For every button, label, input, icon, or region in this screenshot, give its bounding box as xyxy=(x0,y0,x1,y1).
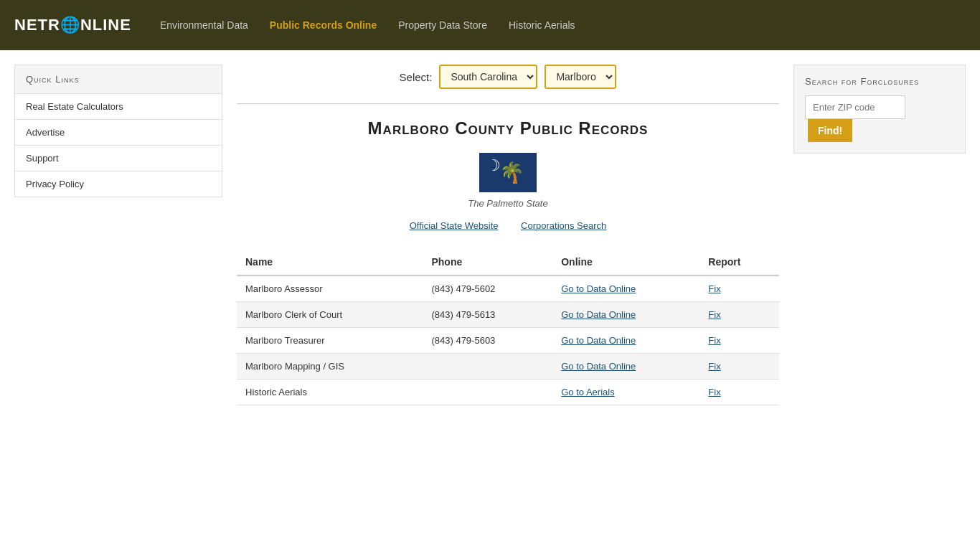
table-cell-phone: (843) 479-5613 xyxy=(423,302,552,328)
table-row: Historic AerialsGo to AerialsFix xyxy=(237,380,779,405)
official-state-website-link[interactable]: Official State Website xyxy=(410,220,499,231)
online-link[interactable]: Go to Aerials xyxy=(561,387,614,397)
table-cell-phone: (843) 479-5603 xyxy=(423,328,552,354)
table-cell-report: Fix xyxy=(699,302,779,328)
logo-text-nline: NLINE xyxy=(80,16,131,34)
table-cell-phone: (843) 479-5602 xyxy=(423,276,552,302)
table-cell-report: Fix xyxy=(699,380,779,405)
table-row: Marlboro Assessor(843) 479-5602Go to Dat… xyxy=(237,276,779,302)
selector-label: Select: xyxy=(400,71,433,83)
table-cell-report: Fix xyxy=(699,354,779,380)
logo-globe: 🌐 xyxy=(60,16,80,34)
foreclosure-box: Search for Forclosures Find! xyxy=(793,65,966,154)
records-tbody: Marlboro Assessor(843) 479-5602Go to Dat… xyxy=(237,276,779,405)
main-nav: Environmental Data Public Records Online… xyxy=(160,19,575,31)
logo-text-netr: NETR xyxy=(14,16,60,34)
sidebar-item-real-estate-calculators[interactable]: Real Estate Calculators xyxy=(14,94,222,120)
table-row: Marlboro Mapping / GISGo to Data OnlineF… xyxy=(237,354,779,380)
sidebar-item-advertise[interactable]: Advertise xyxy=(14,120,222,146)
logo[interactable]: NETR🌐NLINE xyxy=(14,16,131,34)
table-cell-name: Marlboro Treasurer xyxy=(237,328,423,354)
table-cell-report: Fix xyxy=(699,328,779,354)
table-header-name: Name xyxy=(237,249,423,276)
table-cell-phone xyxy=(423,380,552,405)
table-row: Marlboro Treasurer(843) 479-5603Go to Da… xyxy=(237,328,779,354)
report-link[interactable]: Fix xyxy=(708,335,720,346)
report-link[interactable]: Fix xyxy=(708,283,720,294)
report-link[interactable]: Fix xyxy=(708,361,720,372)
flag-palmetto-icon: 🌴 xyxy=(499,161,524,184)
table-cell-phone xyxy=(423,354,552,380)
county-content: Marlboro County Public Records ☽ 🌴 The P… xyxy=(237,103,779,405)
flag-container: ☽ 🌴 The Palmetto State xyxy=(237,153,779,209)
state-flag: ☽ 🌴 xyxy=(479,153,537,192)
nav-historic-aerials[interactable]: Historic Aerials xyxy=(509,19,575,31)
online-link[interactable]: Go to Data Online xyxy=(561,283,636,294)
main-container: Quick Links Real Estate Calculators Adve… xyxy=(0,50,980,420)
report-link[interactable]: Fix xyxy=(708,309,720,320)
selector-row: Select: South Carolina Marlboro xyxy=(237,65,779,89)
zip-input[interactable] xyxy=(805,95,905,119)
state-nickname: The Palmetto State xyxy=(237,198,779,209)
table-cell-name: Marlboro Assessor xyxy=(237,276,423,302)
table-cell-name: Marlboro Mapping / GIS xyxy=(237,354,423,380)
quick-links-title: Quick Links xyxy=(14,65,222,94)
county-select[interactable]: Marlboro xyxy=(545,65,616,89)
online-link[interactable]: Go to Data Online xyxy=(561,309,636,320)
table-cell-report: Fix xyxy=(699,276,779,302)
state-links: Official State Website Corporations Sear… xyxy=(237,220,779,231)
online-link[interactable]: Go to Data Online xyxy=(561,361,636,372)
sidebar-item-support[interactable]: Support xyxy=(14,146,222,171)
sidebar-item-privacy-policy[interactable]: Privacy Policy xyxy=(14,171,222,197)
flag-crescent-icon: ☽ xyxy=(486,156,501,175)
corporations-search-link[interactable]: Corporations Search xyxy=(521,220,606,231)
table-cell-online: Go to Data Online xyxy=(552,302,699,328)
records-table: Name Phone Online Report Marlboro Assess… xyxy=(237,249,779,405)
foreclosure-title: Search for Forclosures xyxy=(805,76,954,87)
nav-property-data-store[interactable]: Property Data Store xyxy=(398,19,487,31)
foreclosure-inputs: Find! xyxy=(805,95,954,142)
county-title: Marlboro County Public Records xyxy=(237,118,779,138)
table-header-phone: Phone xyxy=(423,249,552,276)
table-header-online: Online xyxy=(552,249,699,276)
nav-environmental-data[interactable]: Environmental Data xyxy=(160,19,248,31)
table-cell-name: Marlboro Clerk of Court xyxy=(237,302,423,328)
content-area: Select: South Carolina Marlboro Marlboro… xyxy=(237,65,779,405)
table-cell-name: Historic Aerials xyxy=(237,380,423,405)
sidebar: Quick Links Real Estate Calculators Adve… xyxy=(14,65,222,405)
nav-public-records-online[interactable]: Public Records Online xyxy=(270,19,377,31)
table-cell-online: Go to Data Online xyxy=(552,276,699,302)
state-select[interactable]: South Carolina xyxy=(439,65,537,89)
right-sidebar: Search for Forclosures Find! xyxy=(793,65,966,405)
find-button[interactable]: Find! xyxy=(808,119,852,142)
header: NETR🌐NLINE Environmental Data Public Rec… xyxy=(0,0,980,50)
table-cell-online: Go to Data Online xyxy=(552,328,699,354)
table-cell-online: Go to Data Online xyxy=(552,354,699,380)
table-header-report: Report xyxy=(699,249,779,276)
table-cell-online: Go to Aerials xyxy=(552,380,699,405)
online-link[interactable]: Go to Data Online xyxy=(561,335,636,346)
table-row: Marlboro Clerk of Court(843) 479-5613Go … xyxy=(237,302,779,328)
report-link[interactable]: Fix xyxy=(708,387,720,397)
